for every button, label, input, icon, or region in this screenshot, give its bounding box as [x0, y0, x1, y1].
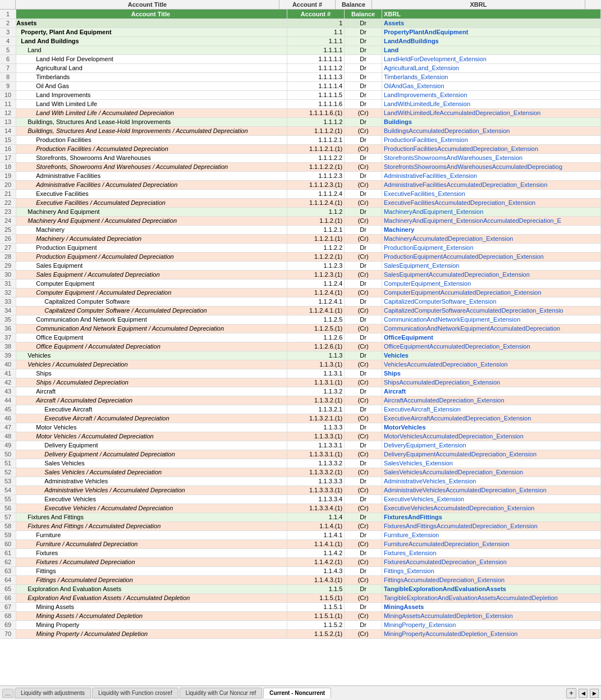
account-title-cell[interactable]: Sales Vehicles / Accumulated Depreciatio… — [16, 468, 287, 477]
account-title-cell[interactable]: Ships — [16, 369, 287, 378]
account-title-cell[interactable]: Executive Facilities — [16, 189, 287, 198]
account-title-cell[interactable]: Fixtures — [16, 548, 287, 557]
account-title-cell[interactable]: Mining Property — [16, 620, 287, 629]
account-title-cell[interactable]: Production Equipment — [16, 243, 287, 252]
account-title-cell[interactable]: Aircraft — [16, 387, 287, 396]
tab-scroll-right[interactable]: ▶ — [590, 689, 599, 698]
account-title-cell[interactable]: Furniture / Accumulated Depreciation — [16, 539, 287, 548]
tab-ellipsis[interactable]: ... — [2, 689, 13, 698]
row-number: 48 — [0, 432, 16, 441]
account-title-cell[interactable]: Buildings, Structures And Lease-Hold Imp… — [16, 117, 287, 126]
account-title-cell[interactable]: Production Equipment / Accumulated Depre… — [16, 252, 287, 261]
account-title-cell[interactable]: Office Equipment — [16, 333, 287, 342]
tab-liquidity-cur-noncur[interactable]: Liquidity with Cur Noncur ref — [180, 688, 263, 698]
xbrl-cell: LandImprovements_Extension — [382, 90, 600, 99]
account-title-cell[interactable]: Office Equipment / Accumulated Depreciat… — [16, 342, 287, 351]
balance-cell: Dr — [345, 584, 382, 593]
account-title-cell[interactable]: Production Facilities — [16, 135, 287, 144]
account-title-cell[interactable]: Fittings / Accumulated Depreciation — [16, 575, 287, 584]
row-number: 4 — [0, 36, 16, 45]
account-title-cell[interactable]: Communication And Network Equipment / Ac… — [16, 324, 287, 333]
account-title-cell[interactable]: Machinery And Equipment / Accumulated De… — [16, 216, 287, 225]
account-title-cell[interactable]: Agricultural Land — [16, 63, 287, 72]
account-title-cell[interactable]: Administrative Vehicles — [16, 477, 287, 486]
account-title-cell[interactable]: Land — [16, 45, 287, 54]
balance-cell: Dr — [345, 369, 382, 378]
account-number-cell: 1.1.2.1 — [287, 225, 345, 234]
tab-liquidity-function[interactable]: Liquidity with Function crosref — [92, 688, 178, 698]
account-title-cell[interactable]: Storefronts, Showrooms And Warehouses — [16, 153, 287, 162]
account-title-cell[interactable]: Vehicles / Accumulated Depreciation — [16, 360, 287, 369]
account-title-cell[interactable]: Aircraft / Accumulated Depreciation — [16, 396, 287, 405]
account-title-cell[interactable]: Fixtures And Fittings / Accumulated Depr… — [16, 521, 287, 530]
account-title-cell[interactable]: Executive Facilities / Accumulated Depre… — [16, 198, 287, 207]
table-scroll-container[interactable]: 1Account TitleAccount #BalanceXBRL2Asset… — [0, 10, 601, 685]
account-title-cell[interactable]: Exploration And Evaluation Assets — [16, 584, 287, 593]
account-title-cell[interactable]: Sales Equipment / Accumulated Depreciati… — [16, 270, 287, 279]
account-title-cell[interactable]: Capitalized Computer Software / Accumula… — [16, 306, 287, 315]
account-title-cell[interactable]: Mining Assets — [16, 602, 287, 611]
account-title-cell[interactable]: Exploration And Evaluation Assets / Accu… — [16, 593, 287, 602]
account-title-cell[interactable]: Account Title — [16, 10, 287, 19]
account-title-cell[interactable]: Furniture — [16, 530, 287, 539]
tab-liquidity-adjustments[interactable]: Liquidity with adjustments — [15, 688, 91, 698]
xbrl-cell: LandWithLimitedLife_Extension — [382, 99, 600, 108]
account-title-cell[interactable]: Production Facilities / Accumulated Depr… — [16, 144, 287, 153]
account-title-cell[interactable]: Computer Equipment / Accumulated Depreci… — [16, 288, 287, 297]
account-title-cell[interactable]: Sales Equipment — [16, 261, 287, 270]
balance-cell: Dr — [345, 602, 382, 611]
table-row: 68Mining Assets / Accumulated Depletion1… — [0, 611, 601, 620]
account-title-cell[interactable]: Machinery And Equipment — [16, 207, 287, 216]
balance-cell: (Cr) — [345, 216, 382, 225]
row-number: 5 — [0, 45, 16, 54]
row-number: 28 — [0, 252, 16, 261]
account-title-cell[interactable]: Administrative Facilities / Accumulated … — [16, 180, 287, 189]
tab-scroll-left[interactable]: ◀ — [579, 689, 588, 698]
account-title-cell[interactable]: Mining Assets / Accumulated Depletion — [16, 611, 287, 620]
account-title-cell[interactable]: Land Improvements — [16, 90, 287, 99]
account-title-cell[interactable]: Executive Vehicles — [16, 495, 287, 504]
table-row: 1Account TitleAccount #BalanceXBRL — [0, 10, 601, 19]
account-title-cell[interactable]: Land With Limited Life — [16, 99, 287, 108]
account-title-cell[interactable]: Sales Vehicles — [16, 459, 287, 468]
row-number: 60 — [0, 539, 16, 548]
account-title-cell[interactable]: Land With Limited Life / Accumulated Dep… — [16, 108, 287, 117]
account-title-cell[interactable]: Fittings — [16, 566, 287, 575]
account-title-cell[interactable]: Communication And Network Equipment — [16, 315, 287, 324]
account-title-cell[interactable]: Land Held For Development — [16, 54, 287, 63]
account-title-cell[interactable]: Motor Vehicles — [16, 423, 287, 432]
account-title-cell[interactable]: Delivery Equipment — [16, 441, 287, 450]
xbrl-cell: Furniture_Extension — [382, 530, 600, 539]
account-title-cell[interactable]: Delivery Equipment / Accumulated Depreci… — [16, 450, 287, 459]
account-title-cell[interactable]: Oil And Gas — [16, 81, 287, 90]
account-title-cell[interactable]: Capitalized Computer Software — [16, 297, 287, 306]
account-title-cell[interactable]: Storefronts, Showrooms And Warehouses / … — [16, 162, 287, 171]
account-title-cell[interactable]: Machinery — [16, 225, 287, 234]
add-sheet-button[interactable]: + — [566, 688, 576, 698]
table-row: 16Production Facilities / Accumulated De… — [0, 144, 601, 153]
account-title-cell[interactable]: Administrative Vehicles / Accumulated De… — [16, 486, 287, 495]
account-title-cell[interactable]: Motor Vehicles / Accumulated Depreciatio… — [16, 432, 287, 441]
account-title-cell[interactable]: Land And Buildings — [16, 36, 287, 45]
account-title-cell[interactable]: Ships / Accumulated Depreciation — [16, 378, 287, 387]
account-title-cell[interactable]: Executive Vehicles / Accumulated Depreci… — [16, 504, 287, 513]
xbrl-cell: MotorVehiclesAccumulatedDepreciation_Ext… — [382, 432, 600, 441]
account-title-cell[interactable]: Assets — [16, 19, 287, 28]
account-title-cell[interactable]: Fixtures And Fittings — [16, 513, 287, 521]
table-row: 7Agricultural Land1.1.1.1.2DrAgricultura… — [0, 63, 601, 72]
account-title-cell[interactable]: Administrative Facilities — [16, 171, 287, 180]
tab-current-noncurrent[interactable]: Current - Noncurrent — [263, 688, 331, 698]
account-title-cell[interactable]: Executive Aircraft / Accumulated Depreci… — [16, 414, 287, 423]
account-title-cell[interactable]: Computer Equipment — [16, 279, 287, 288]
account-title-cell[interactable]: Fixtures / Accumulated Depreciation — [16, 557, 287, 566]
balance-cell: Dr — [345, 513, 382, 521]
account-title-cell[interactable]: Buildings, Structures And Lease-Hold Imp… — [16, 126, 287, 135]
account-title-cell[interactable]: Machinery / Accumulated Depreciation — [16, 234, 287, 243]
account-number-cell: 1.1.3.1.(1) — [287, 378, 345, 387]
account-title-cell[interactable]: Mining Property / Accumulated Depletion — [16, 629, 287, 638]
account-title-cell[interactable]: Vehicles — [16, 351, 287, 360]
account-title-cell[interactable]: Property, Plant And Equipment — [16, 28, 287, 36]
row-number: 65 — [0, 584, 16, 593]
account-title-cell[interactable]: Executive Aircraft — [16, 405, 287, 414]
account-title-cell[interactable]: Timberlands — [16, 72, 287, 81]
